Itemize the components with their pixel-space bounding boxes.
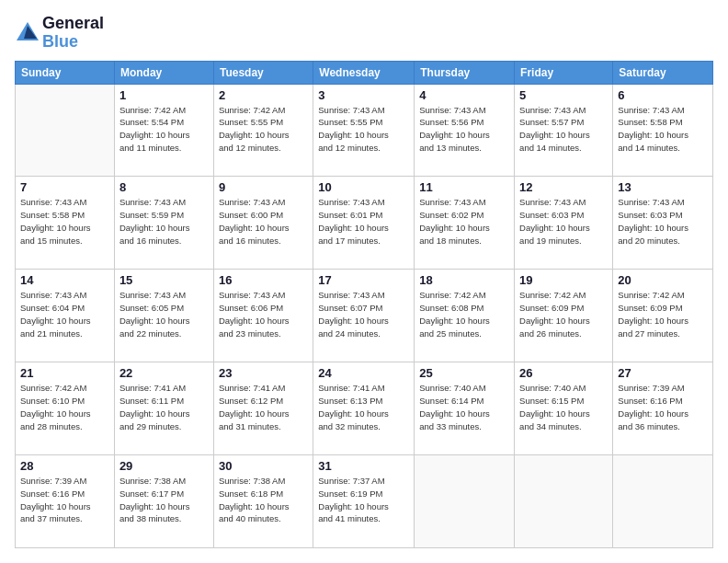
calendar-cell: 17Sunrise: 7:43 AMSunset: 6:07 PMDayligh…	[313, 270, 415, 362]
day-info: Sunrise: 7:43 AMSunset: 6:02 PMDaylight:…	[419, 196, 509, 247]
day-info: Sunrise: 7:38 AMSunset: 6:18 PMDaylight:…	[219, 475, 308, 525]
day-info: Sunrise: 7:43 AMSunset: 5:58 PMDaylight:…	[20, 196, 109, 247]
logo-icon	[15, 20, 40, 46]
day-number: 12	[519, 180, 608, 194]
calendar-cell	[16, 84, 115, 177]
calendar-cell: 22Sunrise: 7:41 AMSunset: 6:11 PMDayligh…	[114, 362, 213, 455]
header: General Blue	[15, 15, 713, 52]
calendar-week-1: 1Sunrise: 7:42 AMSunset: 5:54 PMDaylight…	[16, 84, 713, 177]
logo-text: General Blue	[42, 15, 104, 52]
day-number: 22	[119, 366, 209, 380]
calendar-cell: 27Sunrise: 7:39 AMSunset: 6:16 PMDayligh…	[613, 362, 713, 455]
day-number: 15	[119, 273, 209, 287]
logo: General Blue	[15, 15, 104, 52]
day-info: Sunrise: 7:43 AMSunset: 6:00 PMDaylight:…	[219, 196, 308, 247]
day-number: 31	[318, 459, 409, 473]
day-number: 25	[419, 366, 509, 380]
day-number: 19	[519, 273, 608, 287]
day-number: 5	[519, 88, 608, 102]
calendar-cell: 29Sunrise: 7:38 AMSunset: 6:17 PMDayligh…	[114, 455, 213, 548]
day-info: Sunrise: 7:43 AMSunset: 6:03 PMDaylight:…	[519, 196, 608, 247]
calendar-cell: 12Sunrise: 7:43 AMSunset: 6:03 PMDayligh…	[515, 177, 613, 270]
day-number: 14	[20, 273, 109, 287]
day-number: 7	[20, 180, 109, 194]
day-info: Sunrise: 7:37 AMSunset: 6:19 PMDaylight:…	[318, 475, 409, 525]
day-number: 9	[219, 180, 308, 194]
day-info: Sunrise: 7:43 AMSunset: 6:07 PMDaylight:…	[318, 289, 409, 339]
day-number: 3	[318, 88, 409, 102]
calendar-cell: 21Sunrise: 7:42 AMSunset: 6:10 PMDayligh…	[16, 362, 115, 455]
weekday-header-thursday: Thursday	[415, 61, 515, 84]
day-number: 2	[219, 88, 308, 102]
calendar-cell: 23Sunrise: 7:41 AMSunset: 6:12 PMDayligh…	[213, 362, 313, 455]
day-number: 18	[419, 273, 509, 287]
calendar-week-2: 7Sunrise: 7:43 AMSunset: 5:58 PMDaylight…	[16, 177, 713, 270]
day-info: Sunrise: 7:43 AMSunset: 6:04 PMDaylight:…	[20, 289, 109, 339]
day-info: Sunrise: 7:39 AMSunset: 6:16 PMDaylight:…	[618, 382, 708, 432]
day-info: Sunrise: 7:40 AMSunset: 6:14 PMDaylight:…	[419, 382, 509, 432]
day-number: 26	[519, 366, 608, 380]
day-number: 29	[119, 459, 209, 473]
calendar-cell: 15Sunrise: 7:43 AMSunset: 6:05 PMDayligh…	[114, 270, 213, 362]
day-info: Sunrise: 7:43 AMSunset: 6:06 PMDaylight:…	[219, 289, 308, 339]
calendar-cell: 5Sunrise: 7:43 AMSunset: 5:57 PMDaylight…	[515, 84, 613, 177]
calendar-cell: 2Sunrise: 7:42 AMSunset: 5:55 PMDaylight…	[213, 84, 313, 177]
day-number: 11	[419, 180, 509, 194]
day-number: 8	[119, 180, 209, 194]
calendar-cell: 25Sunrise: 7:40 AMSunset: 6:14 PMDayligh…	[415, 362, 515, 455]
day-info: Sunrise: 7:41 AMSunset: 6:12 PMDaylight:…	[219, 382, 308, 432]
calendar-week-5: 28Sunrise: 7:39 AMSunset: 6:16 PMDayligh…	[16, 455, 713, 548]
day-number: 16	[219, 273, 308, 287]
day-number: 13	[618, 180, 708, 194]
calendar-cell: 8Sunrise: 7:43 AMSunset: 5:59 PMDaylight…	[114, 177, 213, 270]
day-number: 28	[20, 459, 109, 473]
weekday-header-wednesday: Wednesday	[313, 61, 415, 84]
day-info: Sunrise: 7:42 AMSunset: 6:09 PMDaylight:…	[519, 289, 608, 339]
weekday-header-sunday: Sunday	[16, 61, 115, 84]
weekday-header-monday: Monday	[114, 61, 213, 84]
calendar-cell: 13Sunrise: 7:43 AMSunset: 6:03 PMDayligh…	[613, 177, 713, 270]
calendar-cell: 4Sunrise: 7:43 AMSunset: 5:56 PMDaylight…	[415, 84, 515, 177]
day-info: Sunrise: 7:42 AMSunset: 6:10 PMDaylight:…	[20, 382, 109, 432]
day-info: Sunrise: 7:43 AMSunset: 5:56 PMDaylight:…	[419, 104, 509, 155]
day-info: Sunrise: 7:41 AMSunset: 6:11 PMDaylight:…	[119, 382, 209, 432]
day-number: 24	[318, 366, 409, 380]
day-info: Sunrise: 7:43 AMSunset: 6:01 PMDaylight:…	[318, 196, 409, 247]
calendar-cell: 1Sunrise: 7:42 AMSunset: 5:54 PMDaylight…	[114, 84, 213, 177]
calendar-cell: 7Sunrise: 7:43 AMSunset: 5:58 PMDaylight…	[16, 177, 115, 270]
weekday-header-tuesday: Tuesday	[213, 61, 313, 84]
day-info: Sunrise: 7:43 AMSunset: 6:03 PMDaylight:…	[618, 196, 708, 247]
day-info: Sunrise: 7:43 AMSunset: 5:58 PMDaylight:…	[618, 104, 708, 155]
day-info: Sunrise: 7:40 AMSunset: 6:15 PMDaylight:…	[519, 382, 608, 432]
calendar-cell: 20Sunrise: 7:42 AMSunset: 6:09 PMDayligh…	[613, 270, 713, 362]
day-info: Sunrise: 7:41 AMSunset: 6:13 PMDaylight:…	[318, 382, 409, 432]
calendar-cell: 28Sunrise: 7:39 AMSunset: 6:16 PMDayligh…	[16, 455, 115, 548]
calendar-cell: 30Sunrise: 7:38 AMSunset: 6:18 PMDayligh…	[213, 455, 313, 548]
day-info: Sunrise: 7:42 AMSunset: 6:09 PMDaylight:…	[618, 289, 708, 339]
day-info: Sunrise: 7:38 AMSunset: 6:17 PMDaylight:…	[119, 475, 209, 525]
page: General Blue SundayMondayTuesdayWednesda…	[0, 0, 728, 563]
calendar-week-4: 21Sunrise: 7:42 AMSunset: 6:10 PMDayligh…	[16, 362, 713, 455]
day-info: Sunrise: 7:39 AMSunset: 6:16 PMDaylight:…	[20, 475, 109, 525]
calendar-cell: 31Sunrise: 7:37 AMSunset: 6:19 PMDayligh…	[313, 455, 415, 548]
day-info: Sunrise: 7:43 AMSunset: 5:57 PMDaylight:…	[519, 104, 608, 155]
day-info: Sunrise: 7:43 AMSunset: 5:55 PMDaylight:…	[318, 104, 409, 155]
calendar-cell: 14Sunrise: 7:43 AMSunset: 6:04 PMDayligh…	[16, 270, 115, 362]
calendar-week-3: 14Sunrise: 7:43 AMSunset: 6:04 PMDayligh…	[16, 270, 713, 362]
weekday-header-row: SundayMondayTuesdayWednesdayThursdayFrid…	[16, 61, 713, 84]
day-info: Sunrise: 7:43 AMSunset: 5:59 PMDaylight:…	[119, 196, 209, 247]
day-number: 27	[618, 366, 708, 380]
day-info: Sunrise: 7:42 AMSunset: 5:55 PMDaylight:…	[219, 104, 308, 155]
weekday-header-saturday: Saturday	[613, 61, 713, 84]
day-number: 1	[119, 88, 209, 102]
calendar-table: SundayMondayTuesdayWednesdayThursdayFrid…	[15, 61, 713, 548]
day-number: 20	[618, 273, 708, 287]
day-number: 23	[219, 366, 308, 380]
calendar-cell: 11Sunrise: 7:43 AMSunset: 6:02 PMDayligh…	[415, 177, 515, 270]
calendar-cell: 9Sunrise: 7:43 AMSunset: 6:00 PMDaylight…	[213, 177, 313, 270]
calendar-cell: 3Sunrise: 7:43 AMSunset: 5:55 PMDaylight…	[313, 84, 415, 177]
calendar-cell	[415, 455, 515, 548]
day-info: Sunrise: 7:42 AMSunset: 5:54 PMDaylight:…	[119, 104, 209, 155]
calendar-cell: 26Sunrise: 7:40 AMSunset: 6:15 PMDayligh…	[515, 362, 613, 455]
calendar-cell: 10Sunrise: 7:43 AMSunset: 6:01 PMDayligh…	[313, 177, 415, 270]
